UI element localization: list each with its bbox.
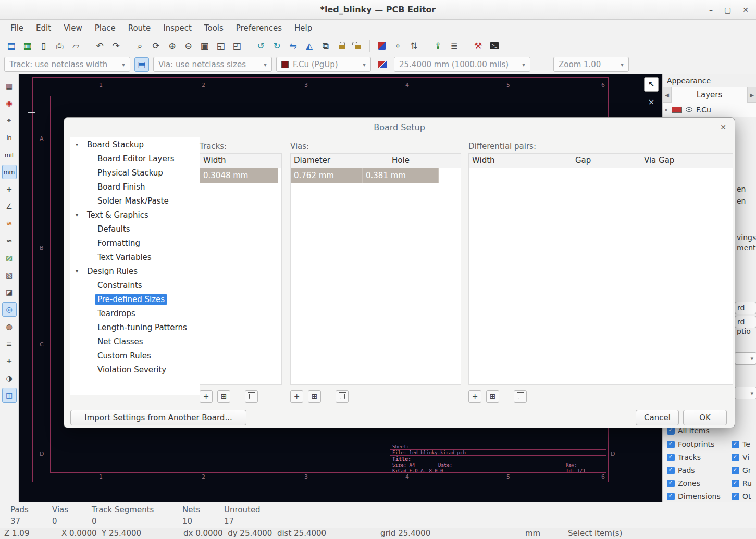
lock-icon[interactable] xyxy=(334,39,349,53)
add-row-button[interactable]: + xyxy=(468,390,481,403)
swap-layers-icon[interactable]: ⇅ xyxy=(407,39,421,53)
add-row-button[interactable]: + xyxy=(290,390,303,403)
tree-item-board-stackup[interactable]: Board Stackup xyxy=(70,137,200,152)
maximize-icon[interactable]: ▢ xyxy=(724,6,731,14)
pad-lock-icon[interactable]: ◉ xyxy=(2,96,17,110)
list-row[interactable]: 0.3048 mm xyxy=(200,168,281,183)
cancel-button[interactable]: Cancel xyxy=(636,410,679,425)
layers-manager-icon[interactable]: ◫ xyxy=(2,388,17,403)
tree-item-pre-defined-sizes[interactable]: Pre-defined Sizes xyxy=(70,292,200,306)
insert-row-button[interactable]: ⊞ xyxy=(486,390,499,403)
print-icon[interactable]: ⎙ xyxy=(53,39,67,53)
console-icon[interactable] xyxy=(487,39,501,53)
netlist-icon[interactable]: ≣ xyxy=(447,39,461,53)
find-footprint-icon[interactable]: ⌖ xyxy=(391,39,405,53)
tree-item-length-tuning-patterns[interactable]: Length-tuning Patterns xyxy=(70,320,200,334)
refresh-icon[interactable]: ⟳ xyxy=(149,39,163,53)
panel-list-vias[interactable]: DiameterHole0.762 mm0.381 mm xyxy=(290,153,461,385)
list-row[interactable]: 0.762 mm0.381 mm xyxy=(291,168,461,183)
update-pcb-icon[interactable]: ⇪ xyxy=(431,39,445,53)
checkbox-icon[interactable] xyxy=(732,441,739,448)
checkbox-icon[interactable] xyxy=(667,493,675,500)
redo-icon[interactable]: ↷ xyxy=(109,39,123,53)
edit-predefined-sizes-icon[interactable] xyxy=(134,57,149,72)
unlock-icon[interactable] xyxy=(351,39,365,53)
import-settings-button[interactable]: Import Settings from Another Board... xyxy=(70,410,246,425)
menu-preferences[interactable]: Preferences xyxy=(230,21,288,35)
via-size-combo[interactable]: Via: use netclass sizes xyxy=(153,57,272,72)
layer-combo[interactable]: F.Cu (PgUp) xyxy=(276,57,371,72)
menu-inspect[interactable]: Inspect xyxy=(157,21,198,35)
zoom-out-icon[interactable]: ⊖ xyxy=(181,39,195,53)
expander-icon[interactable] xyxy=(76,212,85,218)
group-icon[interactable]: ⧉ xyxy=(318,39,332,53)
dialog-close-icon[interactable]: ✕ xyxy=(720,123,726,131)
cross-probe-icon[interactable]: + xyxy=(2,354,17,368)
zoom-in-icon[interactable]: ⊕ xyxy=(165,39,179,53)
menu-edit[interactable]: Edit xyxy=(30,21,57,35)
tree-item-board-finish[interactable]: Board Finish xyxy=(70,180,200,194)
layer-expander-icon[interactable]: ▸ xyxy=(665,107,668,112)
plot-icon[interactable]: ▱ xyxy=(69,39,83,53)
menu-file[interactable]: File xyxy=(4,21,30,35)
flip-icon[interactable]: ◭ xyxy=(302,39,316,53)
grid-combo[interactable]: 25.4000 mm (1000.00 mils) xyxy=(394,57,530,72)
zoom-fit-icon[interactable]: ▣ xyxy=(197,39,212,53)
units-inches-icon[interactable]: in xyxy=(2,130,17,145)
zone-hide-icon[interactable]: ◪ xyxy=(2,285,17,299)
tree-item-formatting[interactable]: Formatting xyxy=(70,236,200,250)
save-icon[interactable]: ▤ xyxy=(4,39,18,53)
mirror-icon[interactable]: ⇋ xyxy=(286,39,300,53)
tree-item-design-rules[interactable]: Design Rules xyxy=(70,264,200,278)
high-contrast-icon[interactable]: ◑ xyxy=(2,371,17,385)
sketch-tracks-icon[interactable]: ≡ xyxy=(2,336,17,351)
plugin-icon[interactable]: ⚒ xyxy=(471,39,485,53)
checkbox-icon[interactable] xyxy=(667,480,675,487)
units-mils-icon[interactable]: mil xyxy=(2,147,17,162)
panel-combo-fragment[interactable] xyxy=(735,352,756,365)
curved-ratsnest-icon[interactable]: ≈ xyxy=(2,233,17,248)
visibility-eye-icon[interactable] xyxy=(686,107,692,112)
zone-fill-icon[interactable]: ▨ xyxy=(2,250,17,265)
board-setup-icon[interactable]: ▦ xyxy=(20,39,34,53)
panel-list-differential-pairs[interactable]: WidthGapVia Gap xyxy=(468,153,733,385)
layer-row-fcu[interactable]: ▸ F.Cu xyxy=(663,103,756,117)
sketch-pads-icon[interactable]: ◎ xyxy=(2,302,17,317)
checkbox-icon[interactable] xyxy=(667,441,675,448)
menu-route[interactable]: Route xyxy=(122,21,157,35)
undo-icon[interactable]: ↶ xyxy=(93,39,107,53)
checkbox-icon[interactable] xyxy=(732,454,739,461)
grid-icon[interactable]: ▦ xyxy=(2,79,17,93)
rotate-cw-icon[interactable]: ↻ xyxy=(270,39,284,53)
zoom-selection-icon[interactable]: ◰ xyxy=(230,39,244,53)
checkbox-icon[interactable] xyxy=(667,454,675,461)
expander-icon[interactable] xyxy=(76,268,85,274)
ratsnest-icon[interactable]: ≋ xyxy=(2,216,17,231)
add-row-button[interactable]: + xyxy=(200,390,213,403)
layer-pair-icon[interactable] xyxy=(375,57,390,72)
tree-item-constraints[interactable]: Constraints xyxy=(70,278,200,292)
tree-item-text-graphics[interactable]: Text & Graphics xyxy=(70,208,200,222)
delete-row-button[interactable] xyxy=(245,390,258,403)
tree-item-net-classes[interactable]: Net Classes xyxy=(70,334,200,348)
units-mm-icon[interactable]: mm xyxy=(2,165,17,179)
menu-help[interactable]: Help xyxy=(288,21,318,35)
delete-row-button[interactable] xyxy=(514,390,527,403)
highlight-net-icon[interactable]: × xyxy=(644,95,659,109)
tree-item-physical-stackup[interactable]: Physical Stackup xyxy=(70,166,200,180)
rotate-ccw-icon[interactable]: ↺ xyxy=(254,39,268,53)
sketch-vias-icon[interactable]: ◍ xyxy=(2,319,17,334)
tree-item-text-variables[interactable]: Text Variables xyxy=(70,250,200,264)
checkbox-icon[interactable] xyxy=(732,493,739,500)
cursor-shape-icon[interactable]: + xyxy=(2,182,17,196)
insert-row-button[interactable]: ⊞ xyxy=(217,390,230,403)
menu-place[interactable]: Place xyxy=(89,21,122,35)
tree-item-board-editor-layers[interactable]: Board Editor Layers xyxy=(70,152,200,166)
ok-button[interactable]: OK xyxy=(683,410,727,425)
track-width-combo[interactable]: Track: use netclass width xyxy=(4,57,130,72)
find-icon[interactable]: ⌕ xyxy=(133,39,147,53)
tree-item-custom-rules[interactable]: Custom Rules xyxy=(70,348,200,362)
checkbox-icon[interactable] xyxy=(667,467,675,474)
zone-outline-icon[interactable]: ▧ xyxy=(2,268,17,282)
page-setup-icon[interactable]: ▯ xyxy=(36,39,51,53)
